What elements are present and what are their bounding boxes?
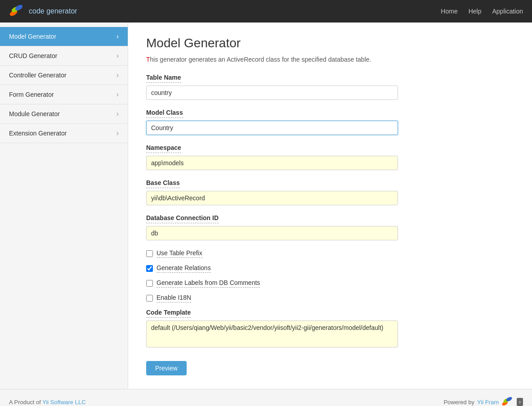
generate-relations-label[interactable]: Generate Relations [156, 264, 211, 273]
base-class-label: Base Class [146, 179, 180, 188]
enable-i18n-label[interactable]: Enable I18N [156, 294, 191, 302]
namespace-group: Namespace [146, 144, 514, 170]
enable-i18n-checkbox[interactable] [146, 295, 153, 302]
generate-labels-label[interactable]: Generate Labels from DB Comments [156, 279, 260, 288]
header: code generator Home Help Application [0, 0, 532, 23]
sidebar-item-crud-generator[interactable]: CRUD Generator › [0, 46, 128, 66]
preview-button[interactable]: Preview [146, 361, 187, 375]
sidebar-item-label: CRUD Generator [9, 52, 57, 59]
sidebar-item-module-generator[interactable]: Module Generator › [0, 104, 128, 124]
footer-yii-framework-link[interactable]: Yii Fram [477, 399, 499, 406]
yii-footer-logo-icon [501, 396, 514, 406]
base-class-group: Base Class [146, 179, 514, 205]
base-class-input[interactable] [146, 191, 398, 205]
use-table-prefix-checkbox[interactable] [146, 250, 153, 257]
footer: A Product of Yii Software LLC Powered by… [0, 389, 532, 406]
nav-help[interactable]: Help [469, 8, 482, 15]
app-title: code generator [29, 7, 77, 15]
db-connection-label: Database Connection ID [146, 214, 219, 223]
model-class-label: Model Class [146, 109, 183, 118]
footer-left-text: A Product of [9, 399, 42, 406]
chevron-right-icon: › [116, 71, 119, 79]
sidebar-item-label: Form Generator [9, 91, 54, 98]
footer-scroll-right-icon[interactable]: › [517, 398, 523, 406]
main-nav: Home Help Application [441, 8, 523, 15]
page-title: Model Generator [146, 36, 514, 50]
footer-powered-text: Powered by [443, 399, 474, 406]
db-connection-input[interactable] [146, 226, 398, 240]
model-class-group: Model Class [146, 109, 514, 135]
chevron-right-icon: › [116, 52, 119, 60]
chevron-right-icon: › [116, 90, 119, 99]
chevron-right-icon: › [116, 32, 119, 41]
model-class-input[interactable] [146, 121, 398, 135]
main-content: Model Generator This generator generates… [128, 23, 532, 389]
code-template-value: default (/Users/qiang/Web/yii/basic2/ven… [146, 320, 398, 347]
footer-left: A Product of Yii Software LLC [9, 399, 86, 406]
sidebar-item-label: Model Generator [9, 33, 56, 40]
namespace-label: Namespace [146, 144, 181, 153]
sidebar-item-extension-generator[interactable]: Extension Generator › [0, 124, 128, 143]
sidebar-item-label: Extension Generator [9, 130, 67, 137]
db-connection-group: Database Connection ID [146, 214, 514, 240]
yii-logo-icon [9, 3, 25, 19]
code-template-group: Code Template default (/Users/qiang/Web/… [146, 309, 514, 347]
table-name-input[interactable] [146, 86, 398, 100]
page-description: This generator generates an ActiveRecord… [146, 56, 514, 63]
sidebar-item-form-generator[interactable]: Form Generator › [0, 85, 128, 104]
use-table-prefix-group: Use Table Prefix [146, 249, 514, 258]
desc-highlight: T [146, 56, 150, 63]
table-name-label: Table Name [146, 74, 181, 83]
desc-text: his generator generates an ActiveRecord … [150, 56, 371, 63]
logo-area: code generator [9, 3, 77, 19]
footer-yii-software-link[interactable]: Yii Software LLC [42, 399, 85, 406]
generate-relations-group: Generate Relations [146, 264, 514, 273]
code-template-label: Code Template [146, 309, 191, 318]
chevron-right-icon: › [116, 110, 119, 118]
enable-i18n-group: Enable I18N [146, 294, 514, 302]
use-table-prefix-label[interactable]: Use Table Prefix [156, 249, 202, 258]
nav-application[interactable]: Application [492, 8, 523, 15]
generate-labels-group: Generate Labels from DB Comments [146, 279, 514, 288]
generate-labels-checkbox[interactable] [146, 280, 153, 287]
sidebar-item-controller-generator[interactable]: Controller Generator › [0, 66, 128, 85]
nav-home[interactable]: Home [441, 8, 457, 15]
sidebar: Model Generator › CRUD Generator › Contr… [0, 23, 128, 389]
sidebar-item-label: Controller Generator [9, 72, 67, 79]
main-layout: Model Generator › CRUD Generator › Contr… [0, 23, 532, 389]
sidebar-item-label: Module Generator [9, 110, 60, 117]
sidebar-item-model-generator[interactable]: Model Generator › [0, 27, 128, 46]
chevron-right-icon: › [116, 129, 119, 137]
namespace-input[interactable] [146, 156, 398, 170]
footer-right: Powered by Yii Fram › [443, 396, 523, 406]
table-name-group: Table Name [146, 74, 514, 100]
generate-relations-checkbox[interactable] [146, 265, 153, 272]
